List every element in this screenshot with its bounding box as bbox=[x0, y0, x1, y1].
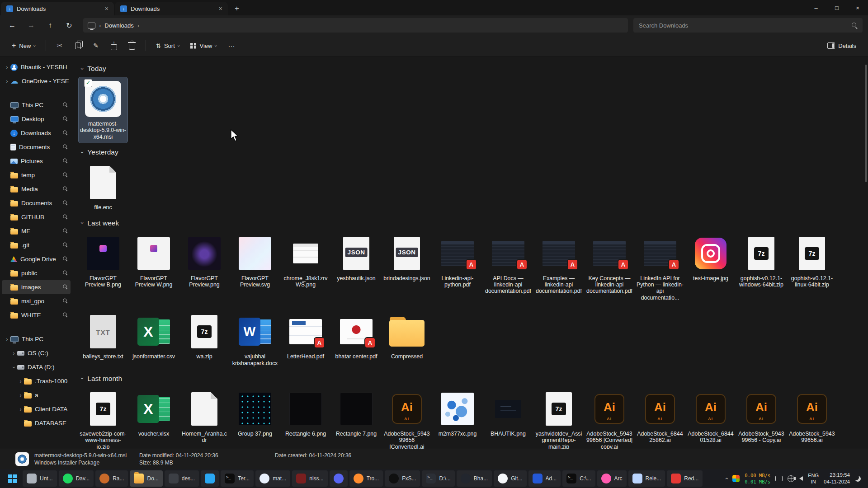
file-api-docs-linkedin-api-documentation-pdf[interactable]: API Docs — linkedin-api documentation.pd… bbox=[484, 232, 533, 297]
close-button[interactable]: × bbox=[847, 0, 868, 15]
group-header[interactable]: ›Last month bbox=[81, 373, 863, 385]
group-header[interactable]: ›Last week bbox=[81, 217, 863, 229]
taskbar-app-discord[interactable] bbox=[330, 470, 348, 487]
file-test-image-jpg[interactable]: test-image.jpg bbox=[686, 232, 735, 284]
taskbar-app-spotify[interactable]: Dav... bbox=[59, 470, 94, 487]
details-pane-button[interactable]: Details bbox=[823, 38, 861, 53]
sidebar-item-database[interactable]: ›DATABASE bbox=[2, 416, 71, 430]
file-yashvidotdev-assignmentrepo-main-zip[interactable]: yashvidotdev_AssignmentRepo-main.zip bbox=[534, 387, 583, 449]
search-box[interactable] bbox=[633, 18, 863, 33]
file-vajubhai-krishanapark-docx[interactable]: vajubhai krishanapark.docx bbox=[231, 310, 279, 369]
rename-button[interactable]: ✎ bbox=[88, 38, 104, 53]
display-tray-icon[interactable] bbox=[775, 476, 783, 481]
checkbox-checked-icon[interactable]: ✓ bbox=[84, 79, 92, 87]
taskbar-app-github[interactable]: Git... bbox=[494, 470, 526, 487]
sidebar-item-client-data[interactable]: ›Client DATA bbox=[2, 402, 71, 416]
back-button[interactable]: ← bbox=[4, 18, 21, 33]
taskbar-app-release-app[interactable]: Rele... bbox=[628, 470, 665, 487]
sidebar-item-data-d[interactable]: ›DATA (D:) bbox=[2, 360, 71, 374]
file-rectangle-7-png[interactable]: Rectangle 7.png bbox=[332, 387, 381, 440]
taskbar-app-bhautik-app[interactable]: Bha... bbox=[457, 470, 492, 487]
file-adobestock-594399656-ai[interactable]: AiAIAdobeStock_594399656.ai bbox=[788, 387, 836, 446]
file-jsonformatter-csv[interactable]: jsonformatter.csv bbox=[129, 310, 178, 362]
file-gophish-v0-12-1-windows-64bit-zip[interactable]: gophish-v0.12.1-windows-64bit.zip bbox=[737, 232, 786, 291]
clock[interactable]: 23:19:54 04-11-2024 bbox=[824, 472, 850, 485]
tab-close-icon[interactable]: × bbox=[103, 5, 110, 12]
tab-downloads-1[interactable]: ↓ Downloads × bbox=[1, 2, 114, 15]
sidebar-item-this-pc[interactable]: ›This PC bbox=[2, 98, 71, 112]
sidebar-item-public[interactable]: ›public bbox=[2, 266, 71, 280]
taskbar-app-red-app[interactable]: Red... bbox=[667, 470, 703, 487]
file-baileys-store-txt[interactable]: baileys_store.txt bbox=[79, 310, 127, 362]
up-button[interactable]: ↑ bbox=[42, 18, 59, 33]
taskbar-app-untitled-app[interactable]: Unt... bbox=[23, 470, 57, 487]
file-mattermost-desktop-5-9-0-win-x64-msi[interactable]: ✓mattermost-desktop-5.9.0-win-x64.msi bbox=[79, 77, 127, 143]
address-bar[interactable]: › Downloads › bbox=[83, 18, 628, 33]
file-bhautik-png[interactable]: BHAUTIK.png bbox=[484, 387, 533, 440]
copy-button[interactable] bbox=[70, 38, 86, 53]
file-adobestock-594399656-converted-copy-ai[interactable]: AiAIAdobeStock_594399656 [Converted] cop… bbox=[585, 387, 634, 449]
tab-downloads-2[interactable]: ↓ Downloads × bbox=[115, 2, 228, 15]
sidebar-item-onedrive-yese[interactable]: ›OneDrive - YESE bbox=[2, 74, 71, 88]
taskbar-app-mattermost[interactable]: mat... bbox=[255, 470, 290, 487]
file-yesbhautik-json[interactable]: yesbhautik.json bbox=[332, 232, 381, 284]
network-speed[interactable]: 0.00 MB/s 0.01 MB/s bbox=[745, 472, 770, 485]
file-flavorgpt-preview-svg[interactable]: FlavorGPT Preview.svg bbox=[231, 232, 279, 291]
file-letterhead-pdf[interactable]: LetterHead.pdf bbox=[281, 310, 330, 362]
taskbar-app-arc-browser[interactable]: Arc bbox=[597, 470, 627, 487]
sidebar-item-desktop[interactable]: ›Desktop bbox=[2, 112, 71, 126]
minimize-button[interactable]: – bbox=[806, 0, 826, 15]
file-adobestock-594399656-copy-ai[interactable]: AiAIAdobeStock_594399656 - Copy.ai bbox=[737, 387, 786, 446]
file-flavorgpt-preview-png[interactable]: FlavorGPT Preview.png bbox=[180, 232, 229, 291]
taskbar-app-file-explorer[interactable]: Do... bbox=[130, 470, 162, 487]
sort-button[interactable]: ⇅ Sort › bbox=[151, 38, 184, 53]
file-chrome-j8sk1zrvws-png[interactable]: chrome_J8sk1zrvWS.png bbox=[281, 232, 330, 291]
refresh-button[interactable]: ↻ bbox=[61, 18, 78, 33]
delete-button[interactable] bbox=[124, 38, 140, 53]
sidebar-item-this-pc[interactable]: ›This PC bbox=[2, 332, 71, 346]
sidebar-item-me[interactable]: ›ME bbox=[2, 224, 71, 238]
sidebar-item-white[interactable]: ›WHITE bbox=[2, 308, 71, 322]
taskbar-app-vscode[interactable] bbox=[201, 470, 219, 487]
file-compressed[interactable]: Compressed bbox=[382, 310, 431, 362]
view-button[interactable]: View › bbox=[186, 38, 222, 53]
sidebar-item-temp[interactable]: ›temp bbox=[2, 168, 71, 182]
cut-button[interactable]: ✂ bbox=[52, 38, 68, 53]
file-key-concepts-linkedin-api-documentation-pdf[interactable]: Key Concepts — linkedin-api documentatio… bbox=[585, 232, 634, 297]
sidebar-item-github[interactable]: ›GITHUB bbox=[2, 210, 71, 224]
file-adobestock-684425862-ai[interactable]: AiAIAdobeStock_684425862.ai bbox=[636, 387, 684, 446]
taskbar-app-trojan-app[interactable]: Tro... bbox=[349, 470, 383, 487]
taskbar-app-cmd[interactable]: C:\... bbox=[562, 470, 595, 487]
sidebar-item-documents[interactable]: ›Documents bbox=[2, 196, 71, 210]
more-options-button[interactable]: ··· bbox=[223, 38, 240, 53]
sidebar-item-bhautik-yesbh[interactable]: ›Bhautik - YESBH bbox=[2, 60, 71, 74]
taskbar-app-terminal[interactable]: Ter... bbox=[221, 470, 254, 487]
taskbar-app-nissan-app[interactable]: niss... bbox=[292, 470, 327, 487]
taskbar-app-design-app[interactable]: des... bbox=[165, 470, 199, 487]
forward-button[interactable]: → bbox=[23, 18, 40, 33]
file-adobestock-684401528-ai[interactable]: AiAIAdobeStock_684401528.ai bbox=[686, 387, 735, 446]
file-linkedin-api-for-python-linkedin-api-documentatio[interactable]: LinkedIn API for Python — linkedin-api d… bbox=[636, 232, 684, 304]
tab-close-icon[interactable]: × bbox=[217, 5, 224, 12]
sidebar-item-media[interactable]: ›Media bbox=[2, 182, 71, 196]
search-input[interactable] bbox=[638, 22, 851, 29]
taskbar-app-rainmeter[interactable]: Ra... bbox=[95, 470, 128, 487]
new-button[interactable]: + New › bbox=[7, 38, 40, 53]
sidebar-item-google-drive[interactable]: ›Google Drive bbox=[2, 252, 71, 266]
sidebar-item-documents[interactable]: ›Documents bbox=[2, 140, 71, 154]
file-gophish-v0-12-1-linux-64bit-zip[interactable]: gophish-v0.12.1-linux-64bit.zip bbox=[788, 232, 836, 291]
sidebar-item-downloads[interactable]: ›Downloads bbox=[2, 126, 71, 140]
sidebar-item-pictures[interactable]: ›Pictures bbox=[2, 154, 71, 168]
file-saveweb2zip-com-www-harness-io-zip[interactable]: saveweb2zip-com-www-harness-io.zip bbox=[79, 387, 127, 449]
breadcrumb-downloads[interactable]: Downloads bbox=[104, 22, 133, 29]
sidebar-item-trash-1000[interactable]: ›.Trash-1000 bbox=[2, 374, 71, 388]
taskbar-app-explorer-d-drive[interactable]: D:\... bbox=[422, 470, 454, 487]
sidebar-item-msi-gpo[interactable]: ›msi_gpo bbox=[2, 294, 71, 308]
sidebar-item-a[interactable]: ›a bbox=[2, 388, 71, 402]
share-button[interactable] bbox=[106, 38, 122, 53]
file-voucher-xlsx[interactable]: voucher.xlsx bbox=[129, 387, 178, 440]
file-group-37-png[interactable]: Group 37.png bbox=[231, 387, 279, 440]
taskbar-app-fxsound[interactable]: FxS... bbox=[385, 470, 420, 487]
file-flavorgpt-preview-w-png[interactable]: FlavorGPT Preview W.png bbox=[129, 232, 178, 291]
file-file-enc[interactable]: file.enc bbox=[79, 161, 127, 213]
